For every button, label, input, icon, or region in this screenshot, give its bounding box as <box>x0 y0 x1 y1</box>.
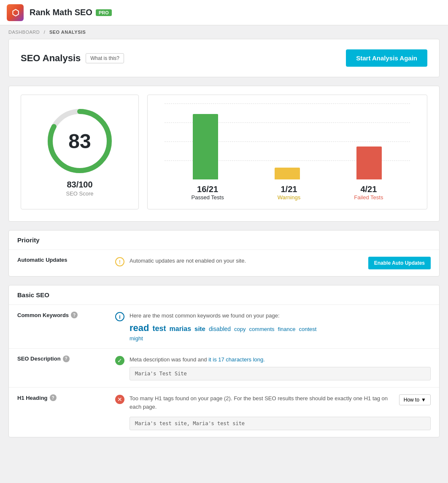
passed-value: 16/21 <box>192 185 224 194</box>
failed-stats: 4/21 Failed Tests <box>354 185 383 201</box>
checkmark-icon: ✓ <box>115 356 124 365</box>
h1-message-row: Too many H1 tags found on your page (2).… <box>130 394 431 413</box>
error-icon: ✕ <box>115 395 124 404</box>
keywords-list: read test marias site disabled copy comm… <box>130 323 431 342</box>
keyword-marias: marias <box>170 325 192 333</box>
score-section: 83 83/100 SEO Score <box>9 86 439 221</box>
common-keywords-help-icon[interactable]: ? <box>71 312 78 318</box>
pro-badge: PRO <box>96 9 112 16</box>
h1-heading-message: Too many H1 tags found on your page (2).… <box>130 394 395 411</box>
score-chart-card: 83 83/100 SEO Score <box>8 86 440 222</box>
analysis-header-card: SEO Analysis What is this? Start Analysi… <box>8 39 440 77</box>
info-circle-icon: i <box>115 312 124 321</box>
failed-value: 4/21 <box>354 185 383 194</box>
h1-heading-value: Maria's test site, Maria's test site <box>130 417 431 430</box>
keyword-might: might <box>130 335 431 342</box>
common-keywords-label: Common Keywords ? <box>17 312 110 318</box>
failed-bar-group <box>356 147 382 179</box>
warning-circle-icon: ! <box>115 257 124 266</box>
chart-labels: 16/21 Passed Tests 1/21 Warnings 4/21 Fa… <box>165 185 410 201</box>
chevron-down-icon: ▼ <box>421 397 426 403</box>
start-analysis-button[interactable]: Start Analysis Again <box>346 49 427 67</box>
passed-stats: 16/21 Passed Tests <box>192 185 224 201</box>
page-title: SEO Analysis <box>21 53 81 64</box>
success-icon: ✓ <box>115 356 124 365</box>
h1-heading-label: H1 Heading ? <box>17 394 110 401</box>
score-number: 83 <box>68 130 91 153</box>
h1-heading-row: H1 Heading ? ✕ Too many H1 tags found on… <box>9 388 439 437</box>
h1-heading-help-icon[interactable]: ? <box>50 394 57 401</box>
auto-updates-message: Automatic updates are not enabled on you… <box>130 257 368 265</box>
chart-card: 16/21 Passed Tests 1/21 Warnings 4/21 Fa… <box>147 95 427 209</box>
failed-bar <box>356 147 382 179</box>
seo-description-label: SEO Description ? <box>17 355 110 362</box>
enable-auto-updates-button[interactable]: Enable Auto Updates <box>368 257 431 269</box>
auto-updates-label: Automatic Updates <box>17 257 110 263</box>
keyword-finance: finance <box>278 326 296 332</box>
breadcrumb-current: SEO ANALYSIS <box>49 30 86 35</box>
keyword-site: site <box>194 325 205 332</box>
warnings-stats: 1/21 Warnings <box>278 185 300 201</box>
seo-description-message: Meta description was found and it is 17 … <box>130 355 431 364</box>
keyword-read: read <box>130 323 149 334</box>
auto-updates-row: Automatic Updates ! Automatic updates ar… <box>9 250 439 276</box>
seo-description-help-icon[interactable]: ? <box>63 355 70 362</box>
analysis-header: SEO Analysis What is this? Start Analysi… <box>9 39 439 77</box>
basic-seo-title: Basic SEO <box>9 285 439 305</box>
warning-icon: ! <box>115 257 124 266</box>
app-title: Rank Math SEO <box>30 8 92 17</box>
main-content: SEO Analysis What is this? Start Analysi… <box>0 39 448 454</box>
score-sublabel: SEO Score <box>66 190 93 197</box>
x-circle-icon: ✕ <box>115 395 124 404</box>
chart-bars <box>165 103 410 179</box>
warnings-bar <box>275 168 300 179</box>
common-keywords-content: Here are the most common keywords we fou… <box>130 312 431 342</box>
h1-heading-content: Too many H1 tags found on your page (2).… <box>130 394 431 430</box>
common-keywords-message: Here are the most common keywords we fou… <box>130 312 431 320</box>
passed-bar-group <box>193 114 218 179</box>
keyword-test: test <box>152 324 166 333</box>
auto-updates-content: Automatic updates are not enabled on you… <box>130 257 368 268</box>
score-label: 83/100 <box>67 180 92 190</box>
seo-description-row: SEO Description ? ✓ Meta description was… <box>9 349 439 388</box>
breadcrumb: DASHBOARD / SEO ANALYSIS <box>0 25 448 39</box>
warnings-bar-group <box>275 168 300 179</box>
seo-description-value: Maria's Test Site <box>130 367 431 380</box>
common-keywords-row: Common Keywords ? i Here are the most co… <box>9 305 439 349</box>
breadcrumb-dashboard: DASHBOARD <box>8 30 40 35</box>
keyword-comments: comments <box>249 326 275 332</box>
warnings-label: Warnings <box>278 194 300 201</box>
keyword-copy: copy <box>234 326 246 332</box>
passed-label: Passed Tests <box>192 194 224 201</box>
keyword-contest: contest <box>299 326 316 332</box>
keyword-disabled: disabled <box>209 326 231 332</box>
title-group: SEO Analysis What is this? <box>21 53 124 64</box>
info-icon: i <box>115 312 124 321</box>
top-header: ⬡ Rank Math SEO PRO <box>0 0 448 25</box>
failed-label: Failed Tests <box>354 194 383 201</box>
score-circle: 83 <box>46 107 113 175</box>
warnings-value: 1/21 <box>278 185 300 194</box>
how-to-fix-label: How to <box>404 397 419 403</box>
breadcrumb-separator: / <box>44 30 46 35</box>
seo-description-content: Meta description was found and it is 17 … <box>130 355 431 381</box>
score-card: 83 83/100 SEO Score <box>21 95 139 209</box>
priority-title: Priority <box>9 231 439 250</box>
basic-seo-section: Basic SEO Common Keywords ? i Here are t… <box>8 285 440 437</box>
app-logo: ⬡ <box>7 4 24 21</box>
priority-section: Priority Automatic Updates ! Automatic u… <box>8 230 440 277</box>
how-to-fix-button[interactable]: How to ▼ <box>399 394 431 405</box>
passed-bar <box>193 114 218 179</box>
logo-icon: ⬡ <box>12 8 19 18</box>
what-is-this-button[interactable]: What is this? <box>86 53 124 63</box>
